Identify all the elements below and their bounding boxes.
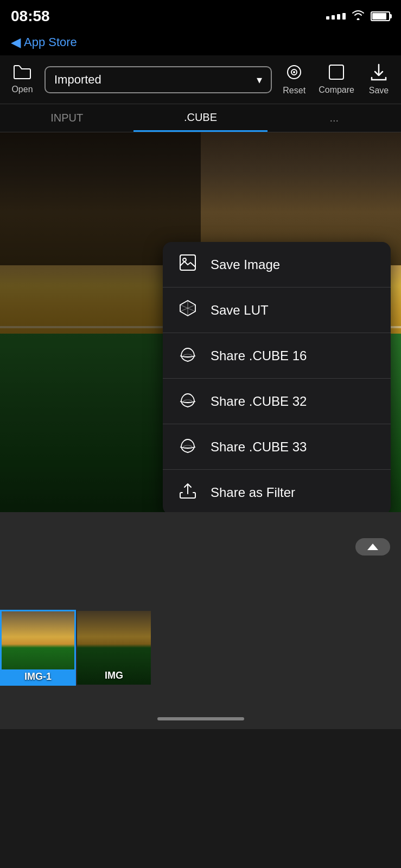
save-label: Save bbox=[369, 86, 389, 95]
tabs-bar: INPUT .CUBE ... bbox=[0, 104, 401, 132]
imported-dropdown[interactable]: Imported ▾ bbox=[44, 66, 272, 93]
save-lut-icon bbox=[178, 299, 198, 321]
back-arrow-icon: ◀ bbox=[11, 35, 21, 50]
tab-more[interactable]: ... bbox=[268, 104, 401, 132]
tab-input[interactable]: INPUT bbox=[0, 104, 133, 132]
toolbar-right: Reset Compare Save bbox=[281, 63, 392, 95]
share-cube-32-label: Share .CUBE 32 bbox=[211, 394, 307, 409]
svg-rect-4 bbox=[180, 255, 195, 270]
share-cube-16-label: Share .CUBE 16 bbox=[211, 348, 307, 363]
app-store-label: App Store bbox=[24, 35, 77, 49]
image-area: Save Image Save LUT Share .CUBE 16 bbox=[0, 132, 401, 512]
save-lut-label: Save LUT bbox=[211, 303, 269, 318]
share-cube-16-item[interactable]: Share .CUBE 16 bbox=[163, 333, 391, 379]
compare-icon bbox=[328, 64, 345, 83]
folder-icon bbox=[13, 65, 31, 82]
open-label: Open bbox=[11, 85, 33, 94]
save-icon bbox=[371, 63, 387, 84]
share-cube-32-item[interactable]: Share .CUBE 32 bbox=[163, 379, 391, 424]
thumbnail-strip: IMG-1 IMG bbox=[0, 610, 401, 686]
home-indicator bbox=[157, 717, 244, 720]
reset-button[interactable]: Reset bbox=[281, 63, 308, 95]
compare-label: Compare bbox=[319, 85, 354, 95]
svg-rect-3 bbox=[329, 65, 343, 79]
share-filter-label: Share as Filter bbox=[211, 485, 295, 500]
save-image-label: Save Image bbox=[211, 257, 280, 272]
reset-label: Reset bbox=[283, 86, 305, 95]
share-filter-icon bbox=[178, 482, 198, 503]
chevron-down-icon: ▾ bbox=[257, 73, 262, 86]
battery-icon bbox=[371, 11, 390, 21]
thumbnail-img1[interactable]: IMG-1 bbox=[0, 610, 76, 686]
wifi-icon bbox=[351, 9, 365, 23]
share-cube-33-label: Share .CUBE 33 bbox=[211, 439, 307, 455]
save-image-item[interactable]: Save Image bbox=[163, 242, 391, 288]
svg-point-2 bbox=[293, 71, 295, 73]
share-filter-item[interactable]: Share as Filter bbox=[163, 470, 391, 512]
compare-button[interactable]: Compare bbox=[319, 64, 354, 95]
save-dropdown-menu: Save Image Save LUT Share .CUBE 16 bbox=[163, 242, 391, 512]
signal-dots-icon bbox=[326, 13, 346, 20]
imported-label: Imported bbox=[54, 73, 101, 87]
thumbnail-img2[interactable]: IMG bbox=[76, 610, 152, 686]
thumb-img1-label: IMG-1 bbox=[2, 669, 74, 684]
save-button[interactable]: Save bbox=[365, 63, 392, 95]
bottom-area: IMG-1 IMG bbox=[0, 512, 401, 729]
reset-icon bbox=[285, 63, 303, 84]
app-store-back[interactable]: ◀ App Store bbox=[0, 33, 401, 55]
share-cube-33-item[interactable]: Share .CUBE 33 bbox=[163, 424, 391, 470]
share-cube-32-icon bbox=[178, 391, 198, 412]
status-time: 08:58 bbox=[11, 8, 50, 25]
scroll-top-button[interactable] bbox=[355, 538, 390, 556]
tab-cube[interactable]: .CUBE bbox=[133, 104, 267, 132]
save-image-icon bbox=[178, 254, 198, 275]
thumb-img2-label: IMG bbox=[77, 670, 151, 681]
open-button[interactable]: Open bbox=[9, 65, 36, 94]
status-bar: 08:58 bbox=[0, 0, 401, 33]
status-icons bbox=[326, 9, 390, 23]
share-cube-33-icon bbox=[178, 436, 198, 457]
save-lut-item[interactable]: Save LUT bbox=[163, 288, 391, 333]
toolbar: Open Imported ▾ Reset Compare bbox=[0, 55, 401, 104]
share-cube-16-icon bbox=[178, 345, 198, 366]
